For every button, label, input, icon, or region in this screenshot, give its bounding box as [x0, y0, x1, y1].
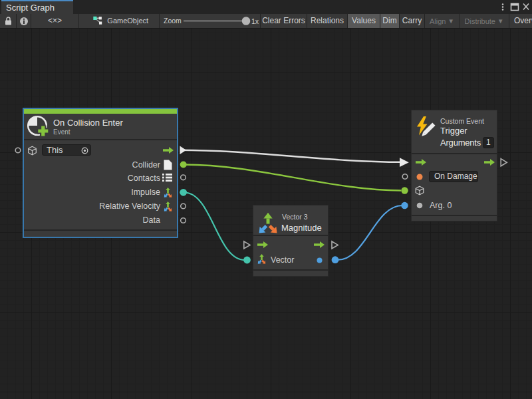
svg-text:1x: 1x [251, 17, 259, 25]
